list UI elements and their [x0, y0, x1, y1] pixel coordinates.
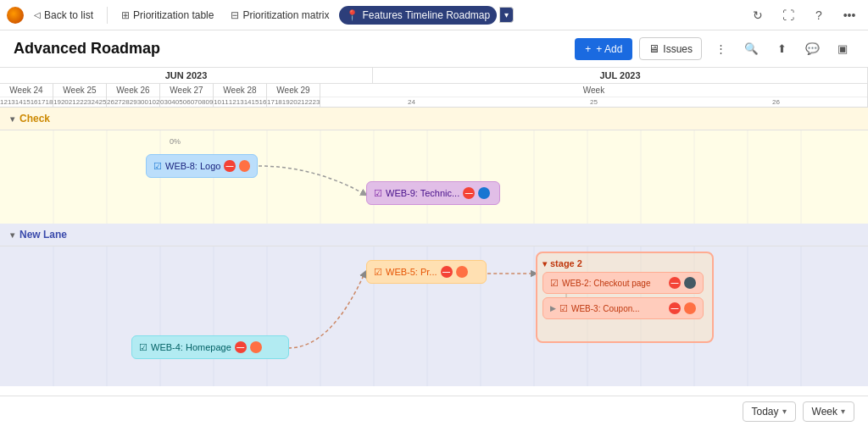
header-actions: + + Add 🖥 Issues ⋮ 🔍 ⬆ 💬 ▣: [575, 37, 854, 61]
avatar-web9: [478, 187, 490, 199]
nav-divider-1: [107, 7, 108, 24]
stop-icon-4: —: [235, 341, 247, 353]
lane-newlane-label: New Lane: [19, 229, 67, 241]
expand-btn[interactable]: ⛶: [776, 3, 800, 27]
nav-right-actions: ↻ ⛶ ? •••: [746, 3, 861, 27]
chevron-down-icon: ▾: [10, 114, 14, 124]
timeline-container: JUN 2023 JUL 2023 Week 24 12 13 14 15 16…: [0, 68, 868, 396]
task-check-icon-3: ☑: [559, 303, 568, 314]
week-26-col: Week 26 26 27 28 29 30 01 02: [107, 84, 160, 107]
task-web4-label: WEB-4: Homepage: [151, 342, 231, 352]
top-nav: ◁ Back to list ⊞ Prioritization table ⊟ …: [0, 0, 868, 30]
stage-2-group: ▾ stage 2 ☑ WEB-2: Checkout page — ▶ ☑ W…: [536, 252, 714, 343]
comment-btn[interactable]: 💬: [800, 37, 824, 61]
plus-icon: +: [585, 43, 591, 55]
tab-features-timeline[interactable]: 📍 Features Timeline Roadmap: [339, 6, 497, 25]
task-web3[interactable]: ▶ ☑ WEB-3: Coupon... —: [542, 297, 704, 319]
today-chevron: ▾: [782, 407, 787, 416]
lane-check-header[interactable]: ▾ Check: [0, 108, 868, 130]
lane-newlane-content: ☑ WEB-5: Pr... — ☑ WEB-4: Homepage — ▾ s…: [0, 246, 868, 386]
grid-icon: ⊞: [121, 9, 130, 21]
week-27-col: Week 27 03 04 05 06 07 08 09: [160, 84, 214, 107]
task-web8[interactable]: ☑ WEB-8: Logo —: [146, 154, 258, 178]
swim-lane-check: ▾ Check: [0, 108, 868, 224]
page-header: Advanced Roadmap + + Add 🖥 Issues ⋮ 🔍 ⬆ …: [0, 30, 868, 68]
stop-icon-2: —: [669, 277, 681, 289]
task-web5[interactable]: ☑ WEB-5: Pr... —: [366, 260, 487, 284]
task-web3-label: WEB-3: Coupon...: [571, 304, 640, 313]
month-header-row: JUN 2023 JUL 2023: [0, 68, 868, 84]
task-check-icon-4: ☑: [139, 342, 147, 353]
week-day-header: Week 24 12 13 14 15 16 17 18 Week 25 19 …: [0, 84, 868, 108]
back-to-list-btn[interactable]: ◁ Back to list: [27, 6, 100, 25]
task-check-icon-2: ☑: [550, 278, 559, 289]
task-web2[interactable]: ☑ WEB-2: Checkout page —: [542, 272, 704, 294]
task-web4[interactable]: ☑ WEB-4: Homepage —: [131, 335, 289, 359]
week-selector[interactable]: Week ▾: [803, 401, 854, 422]
month-jun: JUN 2023: [0, 68, 373, 83]
avatar-web4: [250, 341, 262, 353]
week-25-col: Week 25 19 20 21 22 23 24 25: [53, 84, 107, 107]
bottom-bar: Today ▾ Week ▾: [0, 396, 868, 426]
stop-icon: —: [224, 160, 235, 172]
week-29-col: Week 29 17 18 19 20 21 22 23: [267, 84, 320, 107]
month-jul: JUL 2023: [373, 68, 868, 83]
add-button[interactable]: + + Add: [575, 38, 632, 60]
collapse-btn[interactable]: ▣: [831, 37, 854, 61]
tab-dropdown-btn[interactable]: ▾: [499, 7, 514, 23]
stop-icon-5: —: [441, 266, 453, 278]
task-web2-label: WEB-2: Checkout page: [562, 279, 651, 288]
search-btn[interactable]: 🔍: [739, 37, 763, 61]
lane-check-content: 0% ☑ WEB-8: Logo — ☑ WEB-9: Technic... —: [0, 130, 868, 224]
pin-icon: 📍: [346, 9, 359, 21]
stage-2-header: ▾ stage 2: [542, 258, 707, 268]
task-check-icon-9: ☑: [374, 188, 382, 199]
chevron-down-icon-3: ▾: [542, 259, 547, 268]
week-24-col: Week 24 12 13 14 15 16 17 18: [0, 84, 53, 107]
task-web8-label: WEB-8: Logo: [165, 161, 220, 171]
lane-check-label: Check: [19, 113, 50, 124]
task-check-icon-5: ☑: [374, 267, 382, 278]
stop-icon-9: —: [463, 187, 475, 199]
avatar-web5: [456, 266, 468, 278]
task-check-icon: ☑: [153, 161, 162, 172]
page-title: Advanced Roadmap: [14, 40, 575, 58]
back-label: Back to list: [44, 9, 93, 21]
week-label: Week: [812, 406, 837, 418]
chevron-down-icon-2: ▾: [10, 230, 14, 240]
issues-button[interactable]: 🖥 Issues: [639, 37, 702, 60]
issues-icon: 🖥: [648, 42, 659, 55]
week-30-col: Week 24 25 26: [320, 84, 868, 107]
app-logo: [7, 7, 24, 24]
grid4-icon: ⊟: [231, 9, 239, 21]
today-selector[interactable]: Today ▾: [743, 401, 796, 422]
stage-2-label: stage 2: [550, 258, 582, 268]
check-grid: [0, 130, 868, 224]
arrow-right-icon: ▶: [550, 304, 556, 313]
refresh-btn[interactable]: ↻: [746, 3, 770, 27]
avatar-web8: [239, 160, 250, 172]
week-chevron: ▾: [841, 407, 845, 416]
today-label: Today: [752, 406, 779, 418]
task-web9[interactable]: ☑ WEB-9: Technic... —: [366, 181, 500, 205]
more-btn[interactable]: •••: [837, 3, 861, 27]
progress-label: 0%: [170, 137, 181, 146]
tab-prio-table[interactable]: ⊞ Prioritization table: [114, 6, 220, 25]
tab-prio-matrix[interactable]: ⊟ Prioritization matrix: [224, 6, 336, 25]
lane-newlane-header[interactable]: ▾ New Lane: [0, 224, 868, 246]
task-web5-label: WEB-5: Pr...: [386, 267, 437, 277]
week-28-col: Week 28 10 11 12 13 14 15 16: [214, 84, 267, 107]
share-btn[interactable]: ⬆: [770, 37, 793, 61]
help-btn[interactable]: ?: [807, 3, 831, 27]
avatar-web3: [684, 302, 696, 314]
options-dots-btn[interactable]: ⋮: [709, 37, 732, 61]
avatar-web2: [684, 277, 696, 289]
stop-icon-3: —: [669, 302, 681, 314]
task-web9-label: WEB-9: Technic...: [386, 188, 459, 198]
swim-lane-newlane: ▾ New Lane: [0, 224, 868, 386]
